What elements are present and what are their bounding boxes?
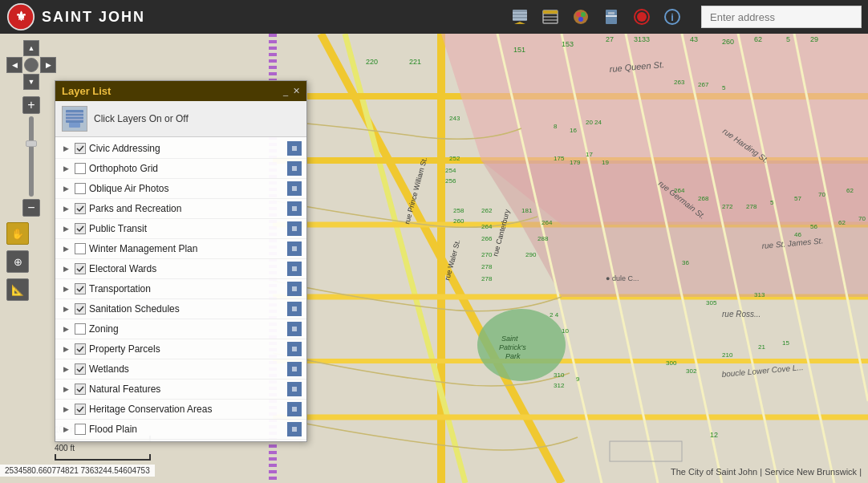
address-search-input[interactable] <box>701 6 862 28</box>
zoom-thumb[interactable] <box>26 140 37 147</box>
list-toolbar-icon[interactable] <box>537 4 563 30</box>
layer-settings-button[interactable] <box>287 402 302 416</box>
layer-settings-button[interactable] <box>287 422 302 436</box>
layer-item[interactable]: ▶Electoral Wards <box>55 259 306 279</box>
svg-marker-102 <box>514 22 525 24</box>
zoom-in-button[interactable]: + <box>22 96 40 114</box>
layer-item[interactable]: ▶Heritage Conservation Areas <box>55 400 306 420</box>
svg-text:151: 151 <box>513 46 525 54</box>
layer-checkbox[interactable] <box>75 243 86 254</box>
layer-checkbox[interactable] <box>75 263 86 274</box>
layer-expand-icon[interactable]: ▶ <box>60 323 71 335</box>
svg-text:5: 5 <box>770 199 774 206</box>
info-toolbar-icon[interactable]: i <box>659 4 685 30</box>
layer-expand-icon[interactable]: ▶ <box>60 223 71 234</box>
layer-item[interactable]: ▶Sanitation Schedules <box>55 299 306 319</box>
pan-control: ▲ ◀ ▶ ▼ <box>6 40 56 90</box>
layer-expand-icon[interactable]: ▶ <box>60 343 71 355</box>
hand-tool-button[interactable]: ✋ <box>6 222 29 245</box>
layer-item[interactable]: ▶Public Transit <box>55 219 306 239</box>
layer-expand-icon[interactable]: ▶ <box>60 363 71 375</box>
layer-list-close-button[interactable]: ✕ <box>293 86 300 96</box>
layer-expand-icon[interactable]: ▶ <box>60 163 71 174</box>
layer-checkbox[interactable] <box>75 384 86 395</box>
layer-settings-button[interactable] <box>287 181 302 196</box>
pan-up-button[interactable]: ▲ <box>23 40 39 56</box>
layer-checkbox[interactable] <box>75 283 86 294</box>
layer-checkbox[interactable] <box>75 203 86 214</box>
svg-text:Park: Park <box>505 352 521 360</box>
layer-expand-icon[interactable]: ▶ <box>60 303 71 315</box>
layer-checkbox[interactable] <box>75 404 86 415</box>
layer-list-minimize-button[interactable]: _ <box>283 86 288 96</box>
layer-expand-icon[interactable]: ▶ <box>60 203 71 214</box>
svg-text:312: 312 <box>554 382 565 389</box>
layer-list-controls: _ ✕ <box>283 86 300 96</box>
svg-text:2 4: 2 4 <box>550 311 559 319</box>
layer-settings-button[interactable] <box>287 221 302 236</box>
layer-item[interactable]: ▶Oblique Air Photos <box>55 179 306 199</box>
layer-item[interactable]: ▶Winter Management Plan <box>55 239 306 259</box>
layer-settings-button[interactable] <box>287 382 302 396</box>
layer-item[interactable]: ▶Zoning <box>55 319 306 339</box>
layer-expand-icon[interactable]: ▶ <box>60 243 71 254</box>
layer-settings-button[interactable] <box>287 201 302 216</box>
layer-expand-icon[interactable]: ▶ <box>60 384 71 395</box>
layer-checkbox[interactable] <box>75 343 86 355</box>
layer-expand-icon[interactable]: ▶ <box>60 283 71 294</box>
layer-item[interactable]: ▶Wetlands <box>55 359 306 380</box>
measure-button[interactable]: 📐 <box>6 278 29 301</box>
svg-text:210: 210 <box>722 351 733 359</box>
pan-down-button[interactable]: ▼ <box>23 74 39 90</box>
layer-settings-button[interactable] <box>287 242 302 256</box>
layer-name-label: Flood Plain <box>89 424 284 435</box>
layer-item[interactable]: ▶Parks and Recreation <box>55 199 306 219</box>
layer-expand-icon[interactable]: ▶ <box>60 424 71 435</box>
layer-item[interactable]: ▶Property Parcels <box>55 339 306 359</box>
bookmark-toolbar-icon[interactable] <box>598 4 624 30</box>
layer-settings-button[interactable] <box>287 282 302 296</box>
layer-checkbox[interactable] <box>75 223 86 234</box>
layer-item[interactable]: ▶Natural Features <box>55 380 306 400</box>
layer-checkbox[interactable] <box>75 424 86 435</box>
svg-text:rue Ross...: rue Ross... <box>722 310 761 319</box>
layer-checkbox[interactable] <box>75 323 86 335</box>
layer-checkbox[interactable] <box>75 163 86 174</box>
layer-settings-button[interactable] <box>287 262 302 276</box>
layer-expand-icon[interactable]: ▶ <box>60 183 71 194</box>
layer-settings-button[interactable] <box>287 141 302 156</box>
scale-ruler-ft <box>55 454 151 461</box>
layers-toolbar-icon[interactable] <box>507 4 533 30</box>
svg-text:Patrick's: Patrick's <box>499 343 526 351</box>
layer-checkbox[interactable] <box>75 363 86 375</box>
layer-item[interactable]: ▶Transportation <box>55 279 306 299</box>
layer-expand-icon[interactable]: ▶ <box>60 263 71 274</box>
layer-checkbox[interactable] <box>75 143 86 154</box>
svg-rect-122 <box>66 119 83 120</box>
layer-item[interactable]: ▶Civic Addressing <box>55 139 306 159</box>
zoom-track[interactable] <box>29 116 34 197</box>
svg-text:252: 252 <box>449 155 460 162</box>
pan-left-button[interactable]: ◀ <box>6 57 22 73</box>
svg-point-109 <box>576 12 581 17</box>
layers-button[interactable]: ⊕ <box>6 250 29 273</box>
palette-toolbar-icon[interactable] <box>568 4 594 30</box>
layer-item[interactable]: ▶Flood Plain <box>55 420 306 440</box>
layer-settings-button[interactable] <box>287 302 302 316</box>
layer-expand-icon[interactable]: ▶ <box>60 404 71 415</box>
layer-list-subtitle-row: Click Layers On or Off <box>55 101 306 137</box>
pan-center-button[interactable] <box>24 58 39 72</box>
layer-expand-icon[interactable]: ▶ <box>60 143 71 154</box>
layer-item[interactable]: ▶Orthophoto Grid <box>55 159 306 179</box>
layer-settings-button[interactable] <box>287 362 302 376</box>
layer-checkbox[interactable] <box>75 303 86 315</box>
record-toolbar-icon[interactable] <box>629 4 655 30</box>
layer-settings-button[interactable] <box>287 322 302 336</box>
layer-settings-button[interactable] <box>287 342 302 356</box>
svg-text:305: 305 <box>706 299 717 306</box>
pan-right-button[interactable]: ▶ <box>40 57 56 73</box>
svg-text:264: 264 <box>541 219 553 226</box>
layer-checkbox[interactable] <box>75 183 86 194</box>
layer-settings-button[interactable] <box>287 161 302 176</box>
zoom-out-button[interactable]: − <box>22 199 40 217</box>
